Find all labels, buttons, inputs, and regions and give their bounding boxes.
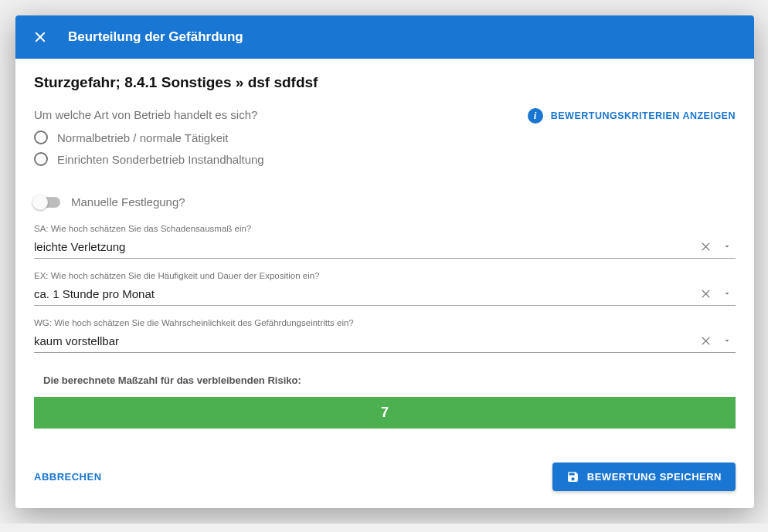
dialog-header: Beurteilung der Gefährdung [15, 15, 754, 59]
manual-toggle-row: Manuelle Festlegung? [34, 195, 736, 208]
dropdown-button[interactable] [719, 285, 736, 302]
manual-toggle-label: Manuelle Festlegung? [71, 195, 185, 208]
field-ex-label: EX: Wie hoch schätzen Sie die Häufigkeit… [34, 271, 736, 280]
risk-label: Die berechnete Maßzahl für das verbleibe… [43, 374, 736, 386]
radio-option-special[interactable]: Einrichten Sonderbetrieb Instandhaltung [34, 152, 264, 166]
save-icon [566, 470, 579, 483]
radio-option-normal[interactable]: Normalbetrieb / normale Tätigkeit [34, 130, 264, 144]
dropdown-button[interactable] [719, 238, 736, 255]
close-icon [700, 288, 712, 300]
show-criteria-link[interactable]: i BEWERTUNGSKRITERIEN ANZEIGEN [528, 108, 736, 124]
top-row: Um welche Art von Betrieb handelt es sic… [34, 108, 736, 174]
dialog-footer: ABBRECHEN BEWERTUNG SPEICHERN [15, 447, 754, 508]
field-ex-select[interactable]: ca. 1 Stunde pro Monat [34, 283, 736, 306]
field-sa-label: SA: Wie hoch schätzen Sie das Schadensau… [34, 224, 736, 233]
risk-value-bar: 7 [34, 397, 736, 429]
save-button[interactable]: BEWERTUNG SPEICHERN [552, 463, 736, 491]
close-icon [33, 30, 47, 44]
field-wg-label: WG: Wie hoch schätzen Sie die Wahrschein… [34, 318, 736, 327]
radio-label: Einrichten Sonderbetrieb Instandhaltung [57, 153, 264, 166]
close-icon [700, 335, 712, 347]
field-sa-value: leichte Verletzung [34, 240, 697, 253]
radio-icon [34, 152, 48, 166]
dialog-body: Sturzgefahr; 8.4.1 Sonstiges » dsf sdfds… [15, 59, 754, 447]
info-icon: i [528, 108, 543, 124]
operation-type-label: Um welche Art von Betrieb handelt es sic… [34, 108, 264, 121]
clear-button[interactable] [697, 332, 714, 349]
page-title: Sturzgefahr; 8.4.1 Sonstiges » dsf sdfds… [34, 74, 736, 91]
close-button[interactable] [31, 28, 49, 46]
clear-button[interactable] [697, 238, 714, 255]
cancel-button[interactable]: ABBRECHEN [34, 471, 102, 483]
radio-icon [34, 130, 48, 144]
field-sa: SA: Wie hoch schätzen Sie das Schadensau… [34, 224, 736, 259]
field-wg-select[interactable]: kaum vorstellbar [34, 330, 736, 353]
show-criteria-label: BEWERTUNGSKRITERIEN ANZEIGEN [551, 110, 736, 121]
toggle-knob [32, 195, 48, 210]
save-button-label: BEWERTUNG SPEICHERN [587, 471, 722, 483]
close-icon [700, 241, 712, 252]
dialog-title: Beurteilung der Gefährdung [68, 29, 243, 45]
clear-button[interactable] [697, 285, 714, 302]
field-ex: EX: Wie hoch schätzen Sie die Häufigkeit… [34, 271, 736, 306]
field-ex-value: ca. 1 Stunde pro Monat [34, 287, 697, 300]
field-sa-select[interactable]: leichte Verletzung [34, 236, 736, 259]
caret-down-icon [722, 336, 732, 345]
operation-type-group: Um welche Art von Betrieb handelt es sic… [34, 108, 264, 174]
manual-toggle[interactable] [34, 197, 60, 208]
assessment-dialog: Beurteilung der Gefährdung Sturzgefahr; … [15, 15, 754, 508]
field-wg-value: kaum vorstellbar [34, 334, 697, 347]
caret-down-icon [722, 289, 732, 298]
radio-label: Normalbetrieb / normale Tätigkeit [57, 131, 228, 144]
field-wg: WG: Wie hoch schätzen Sie die Wahrschein… [34, 318, 736, 353]
dropdown-button[interactable] [719, 332, 736, 349]
caret-down-icon [722, 242, 732, 251]
